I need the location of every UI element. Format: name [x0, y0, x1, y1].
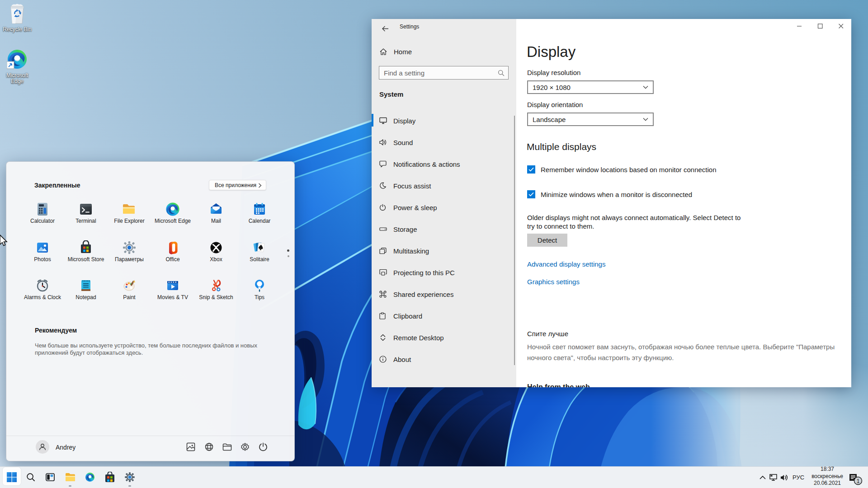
svg-text:1: 1	[857, 478, 860, 484]
